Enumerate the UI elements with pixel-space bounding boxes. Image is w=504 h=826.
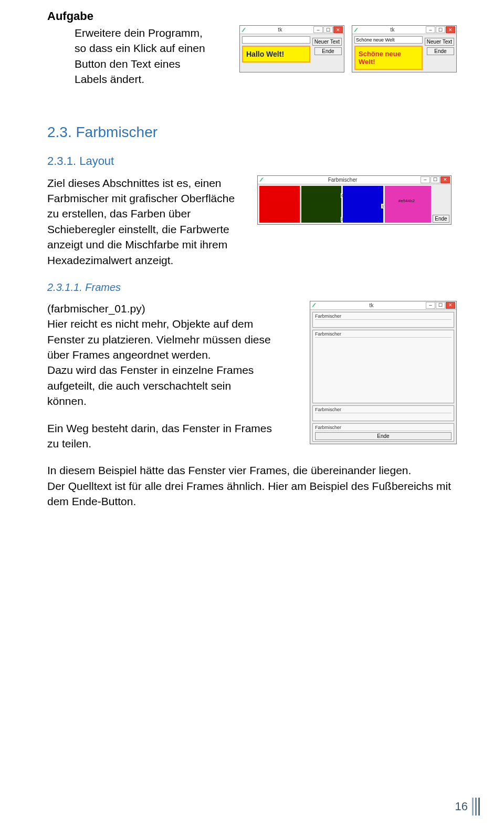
tk-window-before: tk – ☐ ✕ Hallo Welt! Neuer Text Ende xyxy=(239,25,344,72)
text-input[interactable]: Schöne neue Welt xyxy=(354,36,423,44)
hex-value: #e544b2 xyxy=(398,198,415,203)
close-button[interactable]: ✕ xyxy=(440,176,450,183)
maximize-button[interactable]: ☐ xyxy=(436,302,445,309)
minimize-button[interactable]: – xyxy=(426,302,435,309)
frame-label: Farbmischer xyxy=(315,331,452,338)
tk-window-after: tk – ☐ ✕ Schöne neue Welt Schöne neue We… xyxy=(352,25,457,72)
layout-paragraph: Ziel dieses Abschnittes ist es, einen Fa… xyxy=(47,175,247,268)
label-output: Schöne neue Welt! xyxy=(354,46,423,70)
frame-label: Farbmischer xyxy=(315,407,452,413)
close-button[interactable]: ✕ xyxy=(333,26,343,33)
heading-farbmischer: 2.3. Farbmischer xyxy=(47,124,457,141)
window-title: Farbmischer xyxy=(265,177,420,183)
window-title: tk xyxy=(318,302,425,308)
end-button[interactable]: Ende xyxy=(427,47,454,55)
heading-frames: 2.3.1.1. Frames xyxy=(47,281,457,294)
window-title: tk xyxy=(360,27,425,33)
new-text-button[interactable]: Neuer Text xyxy=(425,38,454,46)
feather-icon xyxy=(241,27,246,33)
frame-slot-2: Farbmischer xyxy=(312,330,454,403)
swatch-mix: #e544b2 xyxy=(385,186,431,223)
close-button[interactable]: ✕ xyxy=(446,26,455,33)
frame-label: Farbmischer xyxy=(315,313,452,320)
frame-slot-3: Farbmischer xyxy=(312,405,454,421)
close-button[interactable]: ✕ xyxy=(446,302,455,309)
text-input[interactable] xyxy=(242,36,310,44)
maximize-button[interactable]: ☐ xyxy=(323,26,333,33)
task-paragraph: Erweitere dein Programm, so dass ein Kli… xyxy=(75,25,211,87)
page-number: 16 xyxy=(455,798,480,815)
farbmischer-window: Farbmischer – ☐ ✕ 68 229 178 #e544b2 End xyxy=(257,175,452,225)
end-button[interactable]: Ende xyxy=(433,215,449,223)
feather-icon xyxy=(259,177,264,182)
swatch-red[interactable] xyxy=(259,186,300,223)
frames-layout-window: tk – ☐ ✕ Farbmischer Farbmischer Fa xyxy=(310,301,457,444)
end-button[interactable]: Ende xyxy=(315,432,452,440)
maximize-button[interactable]: ☐ xyxy=(436,26,445,33)
filename-label: (farbmischer_01.py) xyxy=(47,301,273,316)
label-output: Hallo Welt! xyxy=(242,46,310,62)
window-title: tk xyxy=(247,27,313,33)
frames-paragraph-5: Der Quelltext ist für alle drei Frames ä… xyxy=(47,478,457,509)
frame-slot-1: Farbmischer xyxy=(312,312,454,328)
frames-paragraph-2: Dazu wird das Fenster in einzelne Frames… xyxy=(47,362,273,409)
minimize-button[interactable]: – xyxy=(426,26,435,33)
new-text-button[interactable]: Neuer Text xyxy=(312,38,342,46)
heading-aufgabe: Aufgabe xyxy=(47,9,457,23)
page-decor-bars xyxy=(472,798,480,815)
feather-icon xyxy=(311,302,317,308)
frame-label: Farbmischer xyxy=(315,425,452,431)
swatch-blue[interactable]: 178 xyxy=(343,186,383,223)
minimize-button[interactable]: – xyxy=(421,176,430,183)
heading-layout: 2.3.1. Layout xyxy=(47,154,457,168)
frames-paragraph-4: In diesem Beispiel hätte das Fenster vie… xyxy=(47,463,457,478)
page-number-value: 16 xyxy=(455,800,468,813)
frames-paragraph-1: Hier reicht es nicht mehr, Objekte auf d… xyxy=(47,316,273,362)
feather-icon xyxy=(353,27,359,33)
end-button[interactable]: Ende xyxy=(314,47,342,55)
swatch-green[interactable]: 68 229 xyxy=(301,186,342,223)
frame-slot-4: Farbmischer Ende xyxy=(312,423,454,442)
maximize-button[interactable]: ☐ xyxy=(430,176,440,183)
minimize-button[interactable]: – xyxy=(313,26,323,33)
frames-paragraph-3: Ein Weg besteht darin, das Fenster in Fr… xyxy=(47,421,273,452)
